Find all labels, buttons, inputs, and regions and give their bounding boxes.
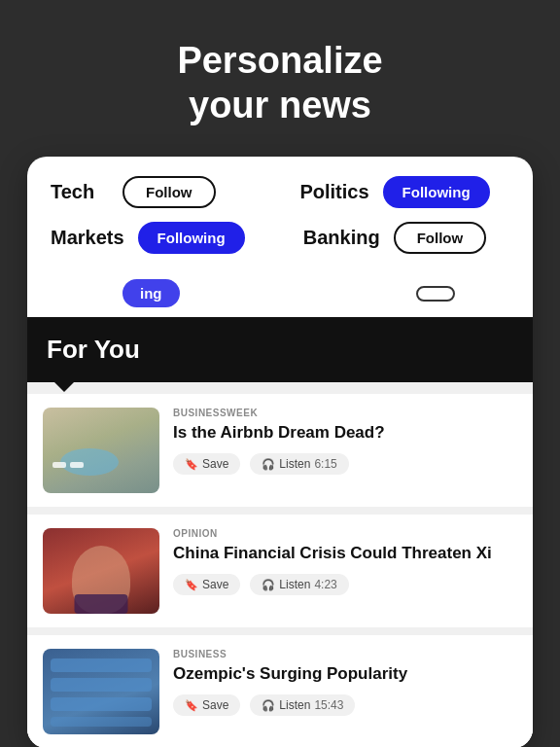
xi-listen-time: 4:23 [314, 578, 336, 591]
listen-icon-xi: 🎧 [262, 579, 275, 591]
listen-icon: 🎧 [262, 458, 275, 471]
xi-save-button[interactable]: 🔖 Save [173, 574, 240, 595]
airbnb-thumbnail [43, 408, 159, 493]
airbnb-source: BUSINESSWEEK [173, 408, 517, 418]
xi-content: OPINION China Financial Crisis Could Thr… [173, 528, 517, 595]
banking-follow-button[interactable]: Follow [394, 222, 487, 254]
politics-label: Politics [299, 181, 368, 203]
airbnb-content: BUSINESSWEEK Is the Airbnb Dream Dead? 🔖… [173, 408, 517, 475]
partial-follow-btn-2[interactable] [416, 286, 455, 302]
app-background: Personalize your news Tech Follow Politi… [0, 0, 560, 747]
airbnb-actions: 🔖 Save 🎧 Listen 6:15 [173, 453, 517, 475]
main-card: Tech Follow Politics Following Markets F… [27, 157, 533, 747]
topics-section: Tech Follow Politics Following Markets F… [27, 157, 533, 273]
save-icon: 🔖 [185, 458, 198, 471]
ozempic-listen-time: 15:43 [314, 698, 343, 712]
ozempic-actions: 🔖 Save 🎧 Listen 15:43 [173, 694, 517, 716]
markets-following-button[interactable]: Following [138, 222, 245, 254]
xi-thumbnail [43, 528, 159, 614]
ozempic-headline: Ozempic's Surging Popularity [173, 663, 517, 685]
news-item-ozempic: BUSINESS Ozempic's Surging Popularity 🔖 … [27, 635, 533, 747]
airbnb-listen-button[interactable]: 🎧 Listen 6:15 [250, 453, 348, 475]
ozempic-listen-button[interactable]: 🎧 Listen 15:43 [250, 694, 355, 716]
save-icon-xi: 🔖 [185, 579, 198, 591]
topic-row-1: Tech Follow Politics Following [51, 176, 509, 208]
partial-row: ing [27, 273, 533, 317]
banking-label: Banking [303, 227, 380, 249]
markets-label: Markets [51, 227, 124, 249]
tech-label: Tech [51, 181, 109, 203]
airbnb-save-button[interactable]: 🔖 Save [173, 453, 240, 475]
airbnb-headline: Is the Airbnb Dream Dead? [173, 422, 517, 444]
for-you-banner: For You [27, 317, 533, 382]
xi-listen-button[interactable]: 🎧 Listen 4:23 [250, 574, 348, 595]
tech-follow-button[interactable]: Follow [122, 176, 216, 208]
ozempic-content: BUSINESS Ozempic's Surging Popularity 🔖 … [173, 649, 517, 716]
hero-title: Personalize your news [0, 0, 560, 157]
news-item-xi: OPINION China Financial Crisis Could Thr… [27, 515, 533, 627]
ozempic-thumbnail [43, 649, 159, 734]
xi-actions: 🔖 Save 🎧 Listen 4:23 [173, 574, 517, 595]
ozempic-source: BUSINESS [173, 649, 517, 659]
partial-following-btn-1[interactable]: ing [122, 279, 180, 307]
politics-following-button[interactable]: Following [383, 176, 490, 208]
news-feed: BUSINESSWEEK Is the Airbnb Dream Dead? 🔖… [27, 382, 533, 747]
ozempic-save-button[interactable]: 🔖 Save [173, 694, 240, 716]
airbnb-listen-time: 6:15 [314, 457, 336, 471]
xi-source: OPINION [173, 528, 517, 539]
topic-row-2: Markets Following Banking Follow [51, 222, 509, 254]
xi-headline: China Financial Crisis Could Threaten Xi [173, 543, 517, 564]
listen-icon-ozempic: 🎧 [262, 699, 275, 712]
save-icon-ozempic: 🔖 [185, 699, 198, 712]
news-item-airbnb: BUSINESSWEEK Is the Airbnb Dream Dead? 🔖… [27, 394, 533, 507]
